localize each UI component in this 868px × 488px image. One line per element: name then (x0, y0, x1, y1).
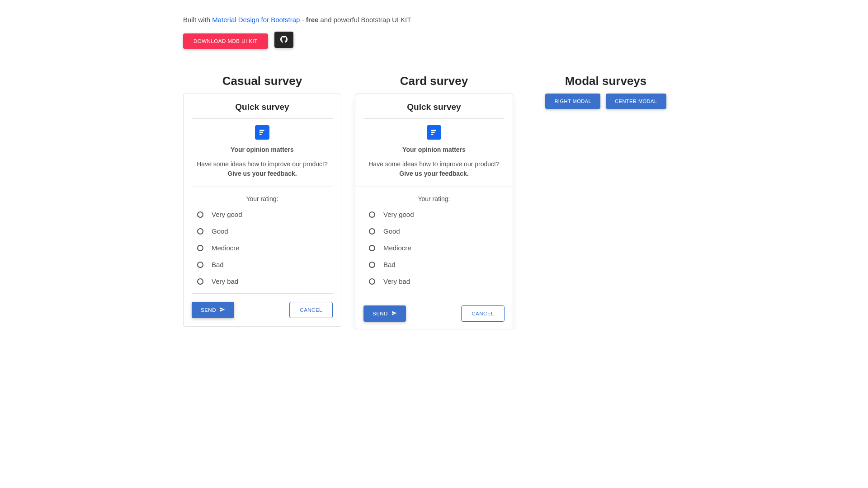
download-button[interactable]: Download MDB UI KIT (183, 33, 268, 49)
card-radio-group: Very good Good Mediocre Bad Very bad (363, 206, 505, 290)
card-desc-bold: Give us your feedback. (399, 170, 468, 177)
radio-circle-icon (197, 278, 203, 285)
radio-circle-icon (369, 245, 375, 251)
card-survey-box: Quick survey Your opinion matters Have s… (355, 94, 513, 329)
card-rating-label: Your rating: (363, 195, 505, 202)
radio-label: Mediocre (383, 244, 411, 252)
send-label: Send (373, 311, 388, 316)
radio-circle-icon (197, 262, 203, 268)
svg-rect-2 (259, 134, 262, 135)
page-header: Built with Material Design for Bootstrap… (183, 0, 685, 58)
card-cancel-button[interactable]: Cancel (461, 305, 505, 322)
radio-item[interactable]: Very bad (369, 273, 505, 290)
poll-icon-wrap (192, 125, 333, 140)
mdb-link[interactable]: Material Design for Bootstrap (212, 16, 300, 23)
svg-rect-5 (431, 134, 434, 135)
radio-label: Bad (212, 261, 224, 268)
radio-label: Very good (212, 211, 242, 218)
casual-opinion: Your opinion matters (192, 146, 333, 153)
casual-radio-group: Very good Good Mediocre Bad Very bad (192, 206, 333, 290)
card-desc-prefix: Have some ideas how to improve our produ… (368, 160, 499, 168)
casual-desc-prefix: Have some ideas how to improve our produ… (197, 160, 327, 168)
casual-description: Have some ideas how to improve our produ… (192, 160, 333, 178)
radio-circle-icon (369, 262, 375, 268)
casual-cancel-button[interactable]: Cancel (289, 302, 333, 318)
poll-icon (255, 125, 269, 140)
casual-survey-title: Quick survey (192, 102, 333, 112)
radio-item[interactable]: Very good (197, 206, 333, 223)
modal-buttons-wrap: Right Modal Center Modal (527, 94, 685, 109)
radio-label: Very bad (383, 277, 410, 285)
radio-circle-icon (197, 228, 203, 235)
poll-icon (427, 125, 441, 140)
casual-section-title: Casual survey (183, 74, 341, 88)
center-modal-button[interactable]: Center Modal (606, 94, 666, 109)
card-section-title: Card survey (355, 74, 513, 88)
send-label: Send (201, 307, 216, 313)
radio-label: Very good (383, 211, 414, 218)
radio-circle-icon (369, 211, 375, 218)
radio-circle-icon (369, 228, 375, 235)
radio-item[interactable]: Bad (369, 256, 505, 273)
github-button[interactable] (274, 32, 293, 48)
radio-item[interactable]: Very bad (197, 273, 333, 290)
casual-survey-box: Quick survey Your opinion matters Have s… (183, 94, 341, 327)
dash-text: - (300, 16, 306, 23)
radio-item[interactable]: Good (197, 223, 333, 239)
radio-label: Very bad (212, 277, 238, 285)
casual-send-button[interactable]: Send (192, 302, 234, 318)
radio-item[interactable]: Good (369, 223, 505, 239)
radio-item[interactable]: Bad (197, 256, 333, 273)
radio-circle-icon (197, 245, 203, 251)
card-send-button[interactable]: Send (363, 305, 406, 322)
radio-label: Good (383, 227, 400, 235)
svg-rect-3 (431, 130, 436, 131)
header-text: Built with Material Design for Bootstrap… (183, 16, 685, 23)
radio-label: Bad (383, 261, 396, 268)
radio-item[interactable]: Mediocre (197, 239, 333, 256)
card-description: Have some ideas how to improve our produ… (363, 160, 505, 178)
radio-circle-icon (197, 211, 203, 218)
casual-rating-label: Your rating: (192, 195, 333, 202)
radio-item[interactable]: Mediocre (369, 239, 505, 256)
paper-plane-icon (220, 307, 225, 313)
github-icon (280, 36, 288, 44)
radio-label: Good (212, 227, 228, 235)
powerful-text: and powerful Bootstrap UI KIT (318, 16, 411, 23)
modal-section-title: Modal surveys (527, 74, 685, 88)
svg-rect-0 (259, 130, 264, 131)
paper-plane-icon (392, 310, 397, 317)
radio-item[interactable]: Very good (369, 206, 505, 223)
free-text: free (306, 16, 319, 23)
card-survey-title: Quick survey (363, 102, 505, 112)
right-modal-button[interactable]: Right Modal (545, 94, 600, 109)
card-opinion: Your opinion matters (363, 146, 505, 153)
svg-rect-4 (431, 132, 435, 133)
poll-icon-wrap (363, 125, 505, 140)
casual-desc-bold: Give us your feedback. (227, 170, 297, 177)
svg-rect-1 (259, 132, 263, 133)
radio-circle-icon (369, 278, 375, 285)
radio-label: Mediocre (212, 244, 240, 252)
built-with-text: Built with (183, 16, 212, 23)
